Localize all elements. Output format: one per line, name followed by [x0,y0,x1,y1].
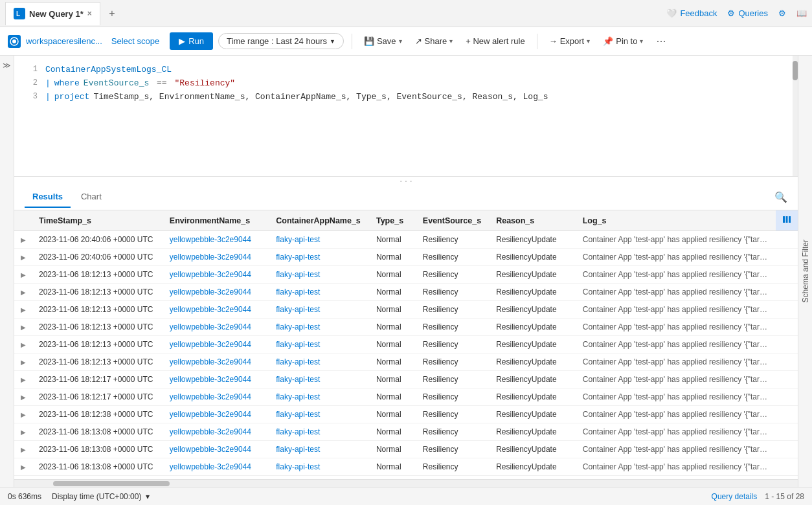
more-options-button[interactable]: ··· [652,34,670,48]
heart-icon: 🤍 [666,8,677,18]
toolbar-separator-1 [352,34,352,49]
queries-button[interactable]: ⚙ Queries [727,8,768,18]
svg-point-3 [12,39,16,43]
cell-reason: ResiliencyUpdate [490,388,576,406]
cell-timestamp: 2023-11-06 18:12:13 +0000 UTC [32,336,163,354]
cell-app: flaky-api-test [269,319,370,336]
table-row[interactable]: ▶2023-11-06 18:12:13 +0000 UTCyellowpebb… [14,284,798,301]
display-time-chevron-icon[interactable]: ▾ [146,492,150,501]
scrollbar-thumb[interactable] [53,481,170,486]
table-row[interactable]: ▶2023-11-06 18:12:13 +0000 UTCyellowpebb… [14,266,798,284]
resize-handle[interactable]: · · · [14,177,798,185]
results-table-wrap[interactable]: TimeStamp_s EnvironmentName_s ContainerA… [14,210,798,479]
close-tab-button[interactable]: × [87,9,92,18]
time-range-button[interactable]: Time range : Last 24 hours ▼ [218,33,344,49]
save-button[interactable]: 💾 Save ▾ [360,34,406,49]
row-expand-button[interactable]: ▶ [21,394,26,401]
cell-eventsource: Resiliency [416,388,490,406]
col-header-type[interactable]: Type_s [370,210,416,231]
query-details-link[interactable]: Query details [712,492,758,501]
cell-env: yellowpebble-3c2e9044 [163,354,269,371]
table-row[interactable]: ▶2023-11-06 18:13:08 +0000 UTCyellowpebb… [14,423,798,441]
save-chevron-icon: ▾ [399,38,402,45]
col-header-app[interactable]: ContainerAppName_s [269,210,370,231]
title-bar: L New Query 1* × + 🤍 Feedback ⚙ Queries … [0,0,812,27]
columns-panel-button[interactable] [776,210,798,231]
row-expand-button[interactable]: ▶ [21,341,26,348]
collapse-left-button[interactable]: ≫ [3,61,11,70]
search-results-button[interactable]: 🔍 [774,191,787,203]
table-row[interactable]: ▶2023-11-06 18:12:13 +0000 UTCyellowpebb… [14,319,798,336]
cell-env: yellowpebble-3c2e9044 [163,371,269,388]
new-tab-button[interactable]: + [103,5,121,23]
cell-app: flaky-api-test [269,458,370,476]
share-icon: ↗ [415,36,422,46]
svg-rect-4 [783,216,785,223]
select-scope-button[interactable]: Select scope [111,36,159,46]
cell-type: Normal [370,284,416,301]
cell-app: flaky-api-test [269,371,370,388]
toolbar: workspaceresilenc... Select scope ▶ Run … [0,27,812,56]
table-row[interactable]: ▶2023-11-06 18:13:08 +0000 UTCyellowpebb… [14,458,798,476]
cell-app: flaky-api-test [269,406,370,423]
pin-to-button[interactable]: 📌 Pin to ▾ [599,34,647,49]
cell-timestamp: 2023-11-06 18:12:13 +0000 UTC [32,284,163,301]
cell-eventsource: Resiliency [416,319,490,336]
row-expand-button[interactable]: ▶ [21,254,26,261]
row-expand-button[interactable]: ▶ [21,446,26,453]
row-expand-button[interactable]: ▶ [21,411,26,418]
settings-button[interactable]: ⚙ [778,8,786,18]
col-header-reason[interactable]: Reason_s [490,210,576,231]
row-expand-button[interactable]: ▶ [21,429,26,436]
feedback-button[interactable]: 🤍 Feedback [666,8,717,18]
code-line-3: 3 | project TimeStamp_s, EnvironmentName… [14,91,798,104]
table-row[interactable]: ▶2023-11-06 18:12:38 +0000 UTCyellowpebb… [14,406,798,423]
table-row[interactable]: ▶2023-11-06 20:40:06 +0000 UTCyellowpebb… [14,231,798,249]
table-row[interactable]: ▶2023-11-06 18:12:13 +0000 UTCyellowpebb… [14,354,798,371]
cell-env: yellowpebble-3c2e9044 [163,249,269,266]
col-header-env[interactable]: EnvironmentName_s [163,210,269,231]
col-header-timestamp[interactable]: TimeStamp_s [32,210,163,231]
table-row[interactable]: ▶2023-11-06 18:12:13 +0000 UTCyellowpebb… [14,336,798,354]
row-expand-button[interactable]: ▶ [21,289,26,296]
table-row[interactable]: ▶2023-11-06 18:12:17 +0000 UTCyellowpebb… [14,388,798,406]
col-header-log[interactable]: Log_s [576,210,776,231]
row-expand-button[interactable]: ▶ [21,359,26,366]
cell-app: flaky-api-test [269,388,370,406]
new-alert-button[interactable]: + New alert rule [462,34,528,49]
table-row[interactable]: ▶2023-11-06 20:40:06 +0000 UTCyellowpebb… [14,249,798,266]
table-row[interactable]: ▶2023-11-06 18:12:13 +0000 UTCyellowpebb… [14,301,798,319]
cell-timestamp: 2023-11-06 18:12:13 +0000 UTC [32,354,163,371]
share-button[interactable]: ↗ Share ▾ [411,34,457,49]
schema-filter-label[interactable]: Schema and Filter [801,240,810,302]
run-button[interactable]: ▶ Run [170,32,213,50]
cell-log: Container App 'test-app' has applied res… [576,388,776,406]
row-expand-button[interactable]: ▶ [21,236,26,243]
table-row[interactable]: ▶2023-11-06 18:12:17 +0000 UTCyellowpebb… [14,371,798,388]
cell-app: flaky-api-test [269,249,370,266]
horizontal-scrollbar[interactable] [14,479,798,487]
row-expand-button[interactable]: ▶ [21,324,26,331]
tab-chart[interactable]: Chart [73,186,109,208]
row-expand-button[interactable]: ▶ [21,464,26,471]
tab-results[interactable]: Results [25,186,71,208]
active-tab[interactable]: L New Query 1* × [5,2,100,25]
cell-eventsource: Resiliency [416,406,490,423]
editor-scrollbar[interactable] [793,56,798,176]
cell-timestamp: 2023-11-06 18:12:17 +0000 UTC [32,388,163,406]
table-row[interactable]: ▶2023-11-06 18:13:08 +0000 UTCyellowpebb… [14,441,798,458]
row-expand-button[interactable]: ▶ [21,306,26,313]
col-header-evtsrc[interactable]: EventSource_s [416,210,490,231]
workspace-name[interactable]: workspaceresilenc... [26,36,102,46]
row-expand-button[interactable]: ▶ [21,376,26,383]
pagination-info: 1 - 15 of 28 [765,492,804,501]
cell-reason: ResiliencyUpdate [490,301,576,319]
cell-app: flaky-api-test [269,336,370,354]
row-expand-button[interactable]: ▶ [21,271,26,278]
svg-rect-5 [786,216,788,223]
tab-label: New Query 1* [29,9,84,19]
export-button[interactable]: → Export ▾ [545,34,594,49]
book-button[interactable]: 📖 [796,8,807,18]
code-editor[interactable]: 1 ContainerAppSystemLogs_CL 2 | where Ev… [14,56,798,177]
cell-app: flaky-api-test [269,354,370,371]
